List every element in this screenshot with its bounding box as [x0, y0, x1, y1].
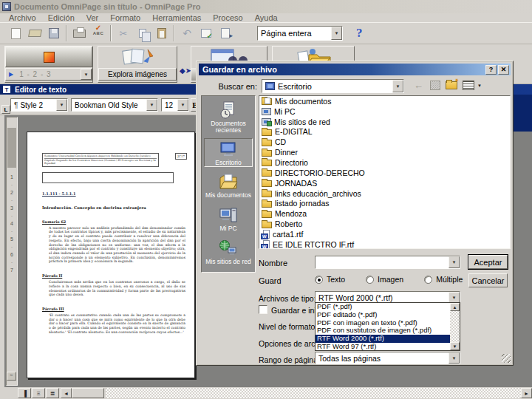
cancel-button[interactable]: Cancelar	[468, 273, 508, 287]
paste-button[interactable]	[152, 24, 171, 42]
dialog-help-button[interactable]: ?	[485, 65, 497, 75]
close-icon[interactable]: ✕	[498, 65, 509, 75]
view-no-format-button[interactable]: ▐	[18, 388, 31, 398]
ruler-scroll-button[interactable]	[7, 372, 16, 381]
place-documentos-recientes[interactable]: Documentos recientes	[204, 100, 253, 134]
style-select[interactable]: ¶ Style 2	[10, 98, 68, 112]
print-button[interactable]	[69, 24, 89, 42]
copy-button[interactable]	[133, 24, 152, 42]
page-range-select[interactable]: Todas las páginas	[315, 352, 460, 364]
new-folder-icon[interactable]	[446, 81, 457, 89]
save-and-launch-checkbox[interactable]	[259, 305, 267, 314]
file-type-option[interactable]: PDF con sustitutos de imagen (*.pdf)	[316, 327, 450, 335]
file-list-item[interactable]: Dinner	[259, 147, 510, 157]
file-list-item[interactable]: Roberto	[259, 219, 510, 229]
file-list[interactable]: Mis documentosMi PCMis sitios de redE-DI…	[259, 95, 511, 249]
file-list-item[interactable]: carta1.rtf	[259, 229, 510, 239]
view-retain-format-button[interactable]: Ξ	[32, 388, 45, 398]
file-name-input[interactable]	[315, 256, 460, 269]
file-type-option[interactable]: PDF editado (*.pdf)	[316, 311, 450, 319]
spellcheck-button[interactable]: ABC	[89, 24, 108, 42]
dropdown-scrollbar[interactable]: ▲ ▼	[450, 303, 460, 350]
page-range-label: Rango de páginas:	[259, 355, 324, 364]
radio-texto[interactable]	[315, 276, 323, 284]
file-type-option[interactable]: PDF con imagen en texto (*.pdf)	[316, 319, 450, 327]
view-true-page-button[interactable]: ≣	[46, 388, 59, 398]
back-icon[interactable]	[412, 80, 425, 91]
file-list-item[interactable]: Mis sitios de red	[259, 117, 510, 127]
font-size-select[interactable]: 12	[161, 98, 189, 112]
menu-item-archivo[interactable]: Archivo	[3, 13, 42, 22]
chevron-down-icon[interactable]	[146, 99, 157, 111]
chevron-down-icon[interactable]	[449, 256, 460, 268]
file-list-item[interactable]: Mendoza	[259, 208, 510, 219]
section-paragraph: 'El contrato es conmutativo cuando cada …	[49, 313, 185, 335]
cut-button[interactable]	[114, 24, 133, 42]
explore-images-button[interactable]: Explora imágenes	[98, 68, 177, 81]
ok-button[interactable]: Aceptar	[468, 255, 508, 269]
start-process-button[interactable]	[5, 47, 92, 67]
scrollbar-thumb[interactable]	[72, 388, 104, 398]
open-button[interactable]	[25, 24, 44, 42]
chevron-down-icon[interactable]	[177, 99, 188, 111]
dialog-titlebar[interactable]: Guardar en archivo ? ✕	[199, 64, 511, 75]
file-list-item[interactable]: links educación_archivos	[259, 188, 510, 199]
views-icon[interactable]	[463, 81, 474, 90]
export-button[interactable]	[216, 24, 235, 42]
file-type-option[interactable]: RTF Word 2000 (*.rtf)	[316, 335, 450, 343]
tab-stop-selector[interactable]: L	[1, 105, 10, 114]
scroll-right-arrow[interactable]: ►	[521, 388, 532, 398]
zoom-select[interactable]: Página entera	[257, 26, 343, 41]
place-escritorio[interactable]: Escritorio	[204, 138, 253, 167]
document-page[interactable]: Seminario Universidad Católica Algunos A…	[27, 132, 195, 378]
file-list-item[interactable]: DIRECTORIO-DERECHO	[259, 168, 510, 178]
file-list-item[interactable]: Mis documentos	[259, 96, 510, 106]
chevron-down-icon[interactable]	[449, 352, 460, 364]
file-list-item[interactable]: JORNADAS	[259, 178, 510, 188]
file-list-item[interactable]: Mi PC	[259, 106, 510, 117]
menu-item-ayuda[interactable]: Ayuda	[249, 13, 284, 22]
radio-múltiple[interactable]	[424, 276, 432, 284]
undo-button[interactable]	[177, 24, 197, 42]
file-list-item[interactable]: Directorio	[259, 157, 510, 168]
file-type-option[interactable]: RTF Word 97 (*.rtf)	[316, 343, 450, 350]
place-mis-documentos[interactable]: Mis documentos	[204, 171, 253, 199]
place-mis-sitios-de-red[interactable]: Mis sitios de red	[204, 238, 253, 265]
menu-item-proceso[interactable]: Proceso	[207, 13, 248, 22]
file-name: carta1.rtf	[273, 230, 303, 239]
file-list-item[interactable]: EE IDLE RTCTRO IF.rtf	[259, 239, 510, 249]
file-list-item[interactable]: CD	[259, 137, 510, 147]
chevron-down-icon[interactable]	[81, 69, 92, 80]
file-type-options[interactable]: PDF (*.pdf)PDF editado (*.pdf)PDF con im…	[316, 303, 450, 350]
up-one-level-icon[interactable]	[430, 81, 440, 90]
menu-item-edición[interactable]: Edición	[42, 13, 81, 22]
menu-item-formato[interactable]: Formato	[104, 13, 146, 22]
section-paragraph: A nuestro parecer solo un análisis profu…	[49, 226, 185, 264]
file-list-item[interactable]: listado jornadas	[259, 198, 510, 208]
help-button[interactable]: ?	[356, 26, 363, 41]
place-mi-pc[interactable]: Mi PC	[204, 205, 253, 232]
scrollbar-track[interactable]	[106, 388, 521, 398]
menu-item-ver[interactable]: Ver	[81, 13, 105, 22]
window-titlebar[interactable]: Documento OmniPage sin título - OmniPage…	[0, 0, 532, 13]
scroll-left-arrow[interactable]: ◄	[61, 388, 72, 398]
page-content: Seminario Universidad Católica Algunos A…	[42, 153, 187, 373]
resize-grip[interactable]	[502, 354, 511, 363]
save-button[interactable]	[44, 24, 64, 42]
chevron-down-icon[interactable]	[392, 80, 403, 92]
look-in-select[interactable]: Escritorio	[262, 79, 404, 93]
chevron-down-icon[interactable]	[331, 27, 342, 40]
section-heading: Párrafo III	[42, 307, 187, 311]
workflow-steps-select[interactable]: ▶ 1 - 2 - 3	[5, 68, 92, 81]
scroll-down-icon[interactable]: ▼	[450, 342, 460, 350]
file-type-option[interactable]: PDF (*.pdf)	[316, 303, 450, 311]
proofread-button[interactable]	[197, 24, 216, 42]
scroll-up-icon[interactable]: ▲	[450, 303, 460, 311]
menu-item-herramientas[interactable]: Herramientas	[146, 13, 207, 22]
chevron-down-icon[interactable]	[56, 99, 67, 111]
font-select[interactable]: Bookman Old Style	[71, 98, 158, 112]
chevron-down-icon[interactable]: ▼	[477, 83, 482, 88]
new-document-button[interactable]	[6, 24, 25, 42]
file-list-item[interactable]: E-DIGITAL	[259, 127, 510, 137]
radio-imagen[interactable]	[366, 276, 374, 284]
